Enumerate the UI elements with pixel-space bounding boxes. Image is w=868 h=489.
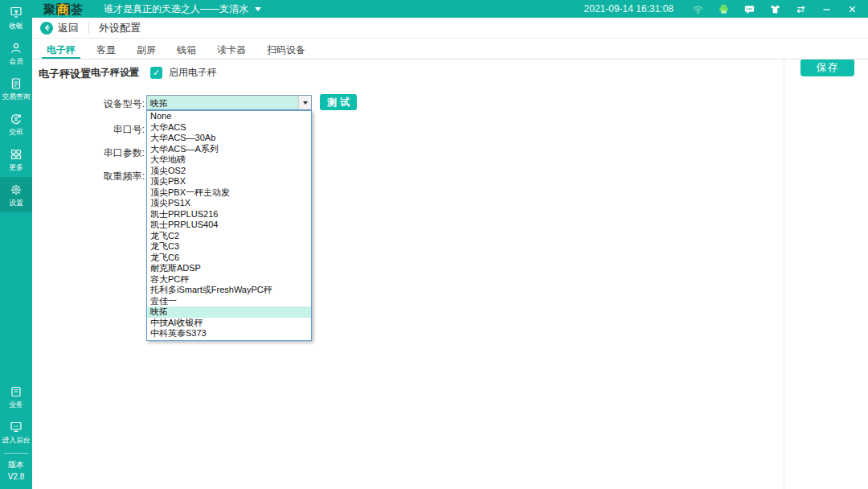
sync-icon[interactable] [795,3,807,15]
shift-icon [10,113,23,125]
combo-dropdown-button[interactable] [298,96,311,109]
business-icon [10,385,23,398]
back-arrow-icon [40,22,53,35]
dropdown-option[interactable]: 凯士PRPLUS216 [147,209,311,220]
dropdown-option[interactable]: 壹佳一 [147,296,311,307]
back-button[interactable]: 返回 [40,21,79,35]
timestamp: 2021-09-14 16:31:08 [584,3,674,14]
version-number: V2.8 [4,471,28,483]
test-button[interactable]: 测 试 [320,94,357,110]
tab-bar: 电子秤 客显 副屏 钱箱 读卡器 扫码设备 [32,39,868,60]
tab-customer-display[interactable]: 客显 [90,39,122,59]
device-model-label: 设备型号: [64,97,145,111]
version-label: 版本 [4,458,28,471]
sidebar-item-label: 设置 [9,198,23,206]
close-icon[interactable] [846,3,858,15]
wifi-icon[interactable] [692,3,704,15]
dropdown-option[interactable]: None [147,111,311,122]
dropdown-option[interactable]: 容大PC秤 [147,274,311,286]
dropdown-option[interactable]: 大华地磅 [147,154,311,166]
logo-char: 商 [56,3,70,15]
sidebar-item-label: 收银 [9,21,23,29]
scale-settings-label: 电子秤设置 [91,66,139,80]
dropdown-option[interactable]: 托利多iSmart或FreshWayPC秤 [147,285,311,296]
serial-params-label: 串口参数: [64,146,145,160]
backend-icon [10,421,23,434]
save-button[interactable]: 保存 [800,59,854,76]
dropdown-option[interactable]: 龙飞C6 [147,253,311,264]
more-icon [10,148,23,161]
caret-down-icon [255,7,261,11]
device-model-value: 映拓 [147,96,298,109]
enable-scale-checkbox[interactable] [150,67,162,79]
topbar-right: 2021-09-14 16:31:08 [584,3,868,15]
sidebar-item-cashier[interactable]: ¥ 收银 [0,0,32,35]
sidebar-item-transaction-query[interactable]: 交易查询 [0,71,32,106]
sidebar-item-label: 进入后台 [2,435,30,443]
dropdown-option[interactable]: 大华ACS—30Ab [147,133,311,144]
message-icon[interactable] [743,3,755,15]
sidebar-item-member[interactable]: 会员 [0,35,32,71]
sidebar-item-label: 交班 [9,127,23,135]
tab-card-reader[interactable]: 读卡器 [211,39,252,59]
tab-scan-device[interactable]: 扫码设备 [260,39,312,59]
section-title: 电子秤设置 [39,67,91,81]
sidebar-item-settings[interactable]: 设置 [0,177,32,212]
device-model-dropdown: None大华ACS大华ACS—30Ab大华ACS—A系列大华地磅顶尖OS2顶尖P… [146,110,312,341]
dropdown-option[interactable]: 凯士PRPLUS404 [147,220,311,231]
dropdown-option[interactable]: 耐克斯ADSP [147,263,311,274]
topbar: 聚 商 荟 谁才是真正的天选之人——支清水 2021-09-14 16:31:0… [32,0,868,18]
dropdown-option[interactable]: 顶尖PS1X [147,198,311,209]
dropdown-option[interactable]: 龙飞C2 [147,231,311,242]
dropdown-option[interactable]: 大华ACS [147,122,311,134]
sidebar-item-backend[interactable]: 进入后台 [0,414,32,450]
settings-icon [10,183,23,196]
dropdown-option[interactable]: 顶尖PBX一秤主动发 [147,187,311,199]
sidebar-item-label: 业务 [9,400,23,408]
header-divider [88,22,89,34]
tab-cash-drawer[interactable]: 钱箱 [170,39,203,59]
enable-row: 电子秤设置 启用电子秤 [91,66,217,80]
sidebar-item-label: 交易查询 [2,92,30,100]
member-icon [10,42,23,55]
svg-text:¥: ¥ [14,7,18,14]
store-name: 谁才是真正的天选之人——支清水 [104,2,248,16]
sidebar-item-business[interactable]: 业务 [0,379,32,414]
logo-char: 聚 [43,3,55,15]
dropdown-option[interactable]: 中技AI收银秤 [147,318,311,329]
version-info: 版本 V2.8 [4,453,28,489]
tab-electronic-scale[interactable]: 电子秤 [40,39,82,59]
printer-icon[interactable] [718,3,730,15]
back-label: 返回 [58,21,79,35]
page-header: 返回 外设配置 [32,18,868,39]
dropdown-option[interactable]: 映拓 [147,306,311,318]
dropdown-option[interactable]: 顶尖OS2 [147,166,311,177]
sidebar-item-label: 会员 [9,56,23,64]
dropdown-option[interactable]: 大华ACS—A系列 [147,144,311,155]
sidebar-item-shift[interactable]: 交班 [0,106,32,142]
enable-scale-label: 启用电子秤 [169,66,217,80]
shirt-icon[interactable] [769,3,781,15]
transaction-query-icon [10,77,23,90]
logo-char: 荟 [71,3,83,15]
weigh-frequency-label: 取重频率: [64,170,145,183]
device-model-select[interactable]: 映拓 [146,95,312,110]
sidebar-item-more[interactable]: 更多 [0,142,32,177]
tab-secondary-screen[interactable]: 副屏 [130,39,162,59]
dropdown-option[interactable]: 龙飞C3 [147,241,311,253]
chevron-down-icon [303,101,308,105]
content-divider [784,39,784,489]
sidebar-item-label: 更多 [9,162,23,171]
sidebar: ¥ 收银 会员 交易查询 交班 更多 设置 业务 [0,0,32,489]
dropdown-option[interactable]: 顶尖PBX [147,176,311,187]
store-selector[interactable]: 谁才是真正的天选之人——支清水 [104,2,261,16]
app-logo: 聚 商 荟 [43,3,83,15]
dropdown-option[interactable]: 中科英泰S373 [147,328,311,339]
page-title: 外设配置 [99,21,141,35]
cash-register-icon: ¥ [10,6,23,19]
minimize-icon[interactable] [821,3,833,15]
serial-port-label: 串口号: [64,123,145,137]
